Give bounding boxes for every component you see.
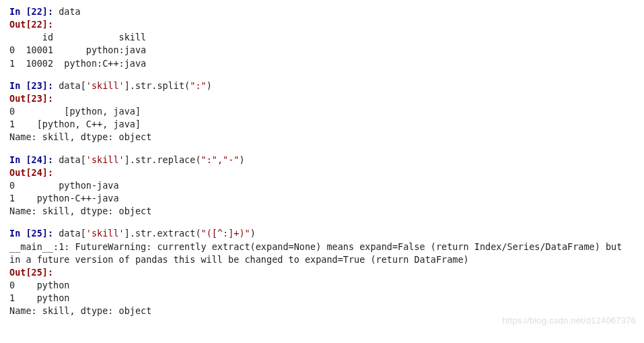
out-prompt: Out[24]: [9,166,635,179]
in-number: 25 [32,228,42,239]
ipython-cell: In [25]: data['skill'].str.extract("([^:… [9,227,635,317]
in-prompt: In [22]: [9,6,59,17]
input-line: In [22]: data [9,5,635,18]
in-prompt: In [25]: [9,228,59,239]
code: data['skill'].str.replace(":","-") [59,154,244,165]
code-text: data[ [59,154,86,165]
out-number: 24 [32,167,42,178]
warning-text: __main__:1: FutureWarning: currently ext… [9,241,635,266]
out-prompt: Out[25]: [9,266,635,279]
watermark: https://blog.csdn.net/d124067376 [502,315,636,327]
input-line: In [23]: data['skill'].str.split(":") [9,80,635,92]
out-prompt: Out[23]: [9,92,635,105]
ipython-cell: In [23]: data['skill'].str.split(":")Out… [9,80,635,144]
input-line: In [25]: data['skill'].str.extract("([^:… [9,227,635,240]
code-text: ].str.extract( [124,228,201,239]
out-number: 25 [32,267,42,278]
code-string: ":","-" [201,154,240,165]
code-string: 'skill' [86,228,124,239]
code-text: data[ [59,80,86,91]
ipython-cell: In [24]: data['skill'].str.replace(":","… [9,154,635,218]
output-text: 0 python-java 1 python-C++-java Name: sk… [9,179,635,218]
ipython-cell: In [22]: dataOut[22]: id skill 0 10001 p… [9,5,635,70]
in-number: 22 [32,6,42,17]
in-prompt: In [23]: [9,80,59,91]
code-text: ].str.replace( [124,154,201,165]
output-text: 0 python 1 python Name: skill, dtype: ob… [9,279,635,317]
output-text: id skill 0 10001 python:java 1 10002 pyt… [9,31,635,69]
code-string: "([^:]+)" [201,228,250,239]
code-string: 'skill' [86,80,124,91]
output-text: 0 [python, java] 1 [python, C++, java] N… [9,105,635,144]
out-prompt: Out[22]: [9,18,635,31]
code-text: data [59,6,81,17]
code-string: ":" [190,80,206,91]
code-text: ) [239,154,244,165]
input-line: In [24]: data['skill'].str.replace(":","… [9,154,635,166]
in-number: 23 [32,80,42,91]
code: data['skill'].str.extract("([^:]+)") [59,228,256,239]
code-text: ) [207,80,212,91]
code: data [59,6,81,17]
code-text: ].str.split( [124,80,190,91]
code-text: ) [250,228,256,239]
code-text: data[ [59,228,86,239]
in-prompt: In [24]: [9,154,59,165]
code-string: 'skill' [86,154,124,165]
code: data['skill'].str.split(":") [59,80,212,91]
out-number: 23 [32,93,42,104]
in-number: 24 [32,154,42,165]
out-number: 22 [32,19,42,30]
